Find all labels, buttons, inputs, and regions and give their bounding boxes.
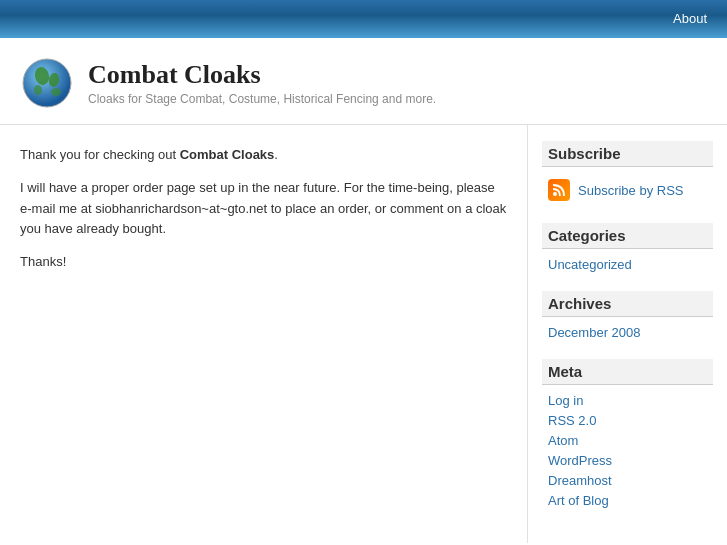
intro-bold: Combat Cloaks (180, 147, 275, 162)
body-paragraph: I will have a proper order page set up i… (20, 178, 507, 240)
svg-point-4 (51, 88, 61, 96)
site-header-bar: About (0, 0, 727, 38)
site-tagline: Cloaks for Stage Combat, Costume, Histor… (88, 92, 436, 106)
archives-list: December 2008 (542, 325, 713, 341)
list-item: Uncategorized (548, 257, 707, 273)
list-item: WordPress (548, 453, 707, 469)
rss-subscribe-item: Subscribe by RSS (542, 175, 713, 205)
meta-title: Meta (542, 359, 713, 385)
list-item: RSS 2.0 (548, 413, 707, 429)
atom-link[interactable]: Atom (548, 433, 578, 448)
meta-list: Log in RSS 2.0 Atom WordPress Dreamhost … (542, 393, 713, 509)
login-link[interactable]: Log in (548, 393, 583, 408)
rss2-link[interactable]: RSS 2.0 (548, 413, 596, 428)
archives-section: Archives December 2008 (542, 291, 713, 341)
category-uncategorized-link[interactable]: Uncategorized (548, 257, 632, 272)
subscribe-section: Subscribe Subscribe by RSS (542, 141, 713, 205)
archive-dec2008-link[interactable]: December 2008 (548, 325, 641, 340)
site-title: Combat Cloaks (88, 60, 436, 90)
content-wrapper: Thank you for checking out Combat Cloaks… (0, 125, 727, 543)
rss-icon (548, 179, 570, 201)
main-content: Thank you for checking out Combat Cloaks… (0, 125, 527, 543)
svg-point-5 (553, 192, 557, 196)
page-wrapper: Combat Cloaks Cloaks for Stage Combat, C… (0, 38, 727, 545)
list-item: Art of Blog (548, 493, 707, 509)
categories-title: Categories (542, 223, 713, 249)
subscribe-title: Subscribe (542, 141, 713, 167)
dreamhost-link[interactable]: Dreamhost (548, 473, 612, 488)
categories-list: Uncategorized (542, 257, 713, 273)
wordpress-link[interactable]: WordPress (548, 453, 612, 468)
intro-paragraph: Thank you for checking out Combat Cloaks… (20, 145, 507, 166)
intro-text-post: . (274, 147, 278, 162)
art-of-blog-link[interactable]: Art of Blog (548, 493, 609, 508)
intro-text-pre: Thank you for checking out (20, 147, 180, 162)
about-link[interactable]: About (673, 11, 707, 26)
list-item: December 2008 (548, 325, 707, 341)
list-item: Dreamhost (548, 473, 707, 489)
rss-subscribe-link[interactable]: Subscribe by RSS (578, 183, 684, 198)
categories-section: Categories Uncategorized (542, 223, 713, 273)
list-item: Log in (548, 393, 707, 409)
archives-title: Archives (542, 291, 713, 317)
header-nav: About (673, 11, 707, 27)
thanks-paragraph: Thanks! (20, 252, 507, 273)
list-item: Atom (548, 433, 707, 449)
sidebar: Subscribe Subscribe by RSS Categories (527, 125, 727, 543)
site-branding: Combat Cloaks Cloaks for Stage Combat, C… (0, 38, 727, 125)
site-logo-icon (20, 56, 74, 110)
site-title-area: Combat Cloaks Cloaks for Stage Combat, C… (88, 60, 436, 106)
meta-section: Meta Log in RSS 2.0 Atom WordPress Dream… (542, 359, 713, 509)
